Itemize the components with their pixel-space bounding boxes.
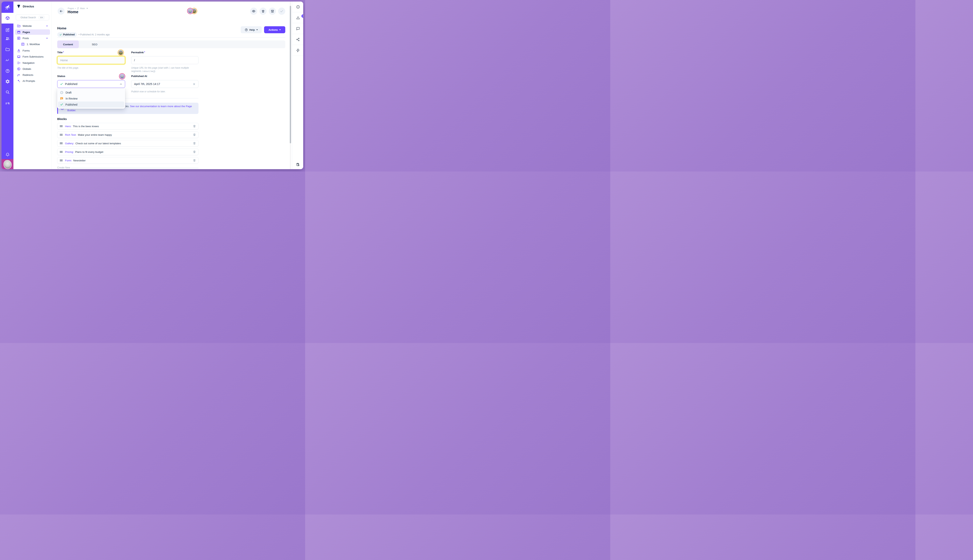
block-type[interactable]: Rich Text: bbox=[65, 133, 77, 136]
caret-down-icon[interactable] bbox=[86, 8, 88, 9]
sidebar-item-redirects[interactable]: Redirects bbox=[15, 72, 50, 78]
chevron-down-icon[interactable] bbox=[46, 25, 48, 27]
required-asterisk: * bbox=[63, 51, 64, 54]
module-users[interactable] bbox=[2, 34, 13, 43]
block-type[interactable]: Hero: bbox=[65, 125, 72, 128]
clear-icon[interactable] bbox=[193, 83, 196, 85]
block-row-form[interactable]: Form: Newsletter bbox=[57, 157, 199, 164]
global-search[interactable]: ⌘K bbox=[16, 14, 49, 20]
published-at-field-label: Published At bbox=[131, 75, 147, 78]
article-icon bbox=[17, 36, 21, 40]
block-text: Check out some of our latest templates bbox=[75, 142, 121, 145]
sidebar-item-ai-prompts[interactable]: AI Prompts bbox=[15, 78, 50, 83]
drag-handle-icon[interactable] bbox=[60, 125, 63, 127]
module-search[interactable] bbox=[2, 88, 13, 97]
drag-handle-icon[interactable] bbox=[60, 142, 63, 144]
sidebar-item-globals[interactable]: Globals bbox=[15, 66, 50, 72]
editing-user-avatar[interactable] bbox=[119, 74, 125, 79]
breadcrumb-collection[interactable]: Pages bbox=[68, 7, 74, 10]
share-sidebar-button[interactable] bbox=[293, 36, 303, 43]
permalink-field-label: Permalink* bbox=[131, 51, 145, 54]
block-row-rich-text[interactable]: Rich Text: Make your entire team happy bbox=[57, 132, 199, 138]
module-editor[interactable] bbox=[2, 26, 13, 34]
sidebar-item-workflow[interactable]: 1. Workflow bbox=[15, 42, 50, 47]
sidebar-item-website[interactable]: Website bbox=[15, 23, 50, 28]
module-insights[interactable] bbox=[2, 56, 13, 65]
status-option-published[interactable]: Published bbox=[58, 102, 124, 108]
search-input[interactable] bbox=[20, 16, 37, 19]
status-option-in-review[interactable]: In Review bbox=[58, 95, 124, 102]
sidebar-item-form-submissions[interactable]: Form Submissions bbox=[15, 54, 50, 59]
project-shield-icon bbox=[17, 4, 21, 8]
chevron-down-icon[interactable] bbox=[46, 37, 48, 40]
pages-icon bbox=[17, 30, 21, 34]
back-button[interactable] bbox=[58, 8, 65, 15]
save-button[interactable] bbox=[278, 8, 285, 15]
block-row-hero[interactable]: Hero: This is the bees knees bbox=[57, 123, 199, 130]
translations-icon bbox=[5, 100, 10, 105]
search-shortcut: ⌘K bbox=[39, 16, 45, 19]
published-at-note: Publish now or schedule for later. bbox=[131, 90, 166, 93]
drag-handle-icon[interactable] bbox=[60, 160, 63, 162]
comments-sidebar-button[interactable] bbox=[293, 25, 303, 32]
user-avatar-1[interactable] bbox=[187, 8, 193, 13]
module-files[interactable] bbox=[2, 45, 13, 54]
block-row-gallery[interactable]: Gallery: Check out some of our latest te… bbox=[57, 140, 199, 147]
block-row-pricing[interactable]: Pricing: Plans to fit every budget bbox=[57, 148, 199, 155]
actions-button[interactable]: Actions bbox=[264, 26, 285, 33]
current-user-avatar[interactable] bbox=[2, 159, 13, 169]
revisions-badge: 3 bbox=[301, 14, 303, 18]
published-at-input[interactable]: April 7th, 2025 14:17 bbox=[131, 80, 199, 88]
module-help[interactable] bbox=[2, 67, 13, 75]
info-sidebar-button[interactable] bbox=[293, 3, 303, 11]
module-translations[interactable] bbox=[2, 98, 13, 107]
trash-icon[interactable] bbox=[193, 142, 196, 145]
help-button[interactable]: Help bbox=[241, 26, 262, 33]
status-option-label: Published bbox=[65, 103, 77, 106]
status-option-draft[interactable]: Draft bbox=[58, 90, 124, 95]
drag-handle-icon[interactable] bbox=[60, 134, 63, 136]
notifications-bell[interactable] bbox=[2, 150, 13, 159]
trash-icon[interactable] bbox=[193, 159, 196, 162]
module-settings[interactable] bbox=[2, 77, 13, 86]
trash-icon[interactable] bbox=[193, 150, 196, 153]
sidebar-item-label: Forms bbox=[23, 49, 30, 52]
title-field-note: The title of this page. bbox=[57, 66, 79, 70]
title-input[interactable]: Home bbox=[57, 56, 125, 64]
tab-seo[interactable]: SEO bbox=[84, 40, 105, 48]
breadcrumb-version[interactable]: Main bbox=[80, 7, 85, 10]
sidebar-item-pages[interactable]: Pages bbox=[15, 29, 50, 35]
directus-logo[interactable] bbox=[2, 2, 13, 13]
sidebar-item-forms[interactable]: Forms bbox=[15, 48, 50, 53]
active-users bbox=[187, 8, 197, 13]
tab-content[interactable]: Content bbox=[57, 40, 79, 48]
sidebar-item-navigation[interactable]: Navigation bbox=[15, 60, 50, 65]
block-type[interactable]: Form: bbox=[65, 159, 72, 162]
breadcrumb[interactable]: Pages • Main bbox=[68, 7, 88, 10]
bell-icon bbox=[5, 152, 10, 157]
module-content[interactable] bbox=[2, 13, 13, 23]
archive-button[interactable] bbox=[269, 8, 276, 15]
editing-user-avatar[interactable] bbox=[118, 50, 124, 55]
check-icon bbox=[60, 82, 63, 85]
sidebar-item-label: AI Prompts bbox=[23, 80, 35, 82]
permalink-field-note: Unique URL for this page (start with /, … bbox=[131, 66, 201, 73]
flows-sidebar-button[interactable] bbox=[293, 47, 303, 54]
sidebar-item-posts[interactable]: Posts bbox=[15, 35, 50, 41]
check-icon bbox=[59, 33, 62, 36]
permalink-input[interactable]: / bbox=[131, 56, 199, 64]
rate-review-icon bbox=[60, 97, 64, 100]
preview-button[interactable] bbox=[250, 8, 257, 15]
delete-button[interactable] bbox=[259, 8, 267, 15]
status-select[interactable]: Published bbox=[57, 80, 125, 88]
block-type[interactable]: Pricing: bbox=[65, 150, 74, 153]
block-text: Plans to fit every budget bbox=[75, 150, 103, 153]
drag-handle-icon[interactable] bbox=[60, 151, 63, 153]
block-type[interactable]: Gallery: bbox=[65, 142, 74, 145]
scrollbar-thumb[interactable] bbox=[290, 6, 291, 143]
pending-tasks-sidebar-button[interactable] bbox=[293, 161, 303, 168]
create-new-label[interactable]: Create New bbox=[57, 166, 70, 169]
trash-icon[interactable] bbox=[193, 125, 196, 128]
revisions-sidebar-button[interactable]: 3 bbox=[293, 14, 303, 22]
trash-icon[interactable] bbox=[193, 133, 196, 136]
